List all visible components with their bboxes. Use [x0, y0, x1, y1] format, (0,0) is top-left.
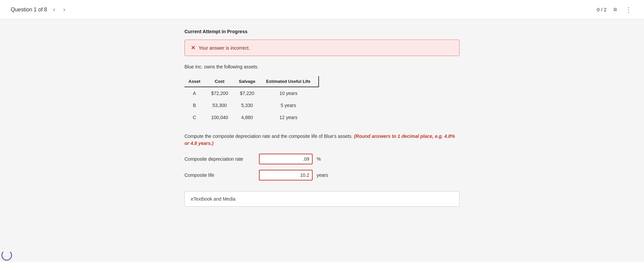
table-row: C100,0404,88012 years — [184, 111, 319, 123]
table-cell: $7,220 — [236, 87, 263, 99]
error-icon: ✕ — [191, 45, 195, 51]
table-cell: 10 years — [263, 87, 319, 99]
table-cell: C — [184, 111, 208, 123]
top-bar-right: 0 / 2 ≡ ⋮ — [597, 4, 633, 15]
input-fields-container: Composite depreciation rate%Composite li… — [184, 154, 460, 180]
top-bar: Question 1 of 8 ‹ › 0 / 2 ≡ ⋮ — [0, 0, 644, 19]
table-cell: 12 years — [263, 111, 319, 123]
compute-text: Compute the composite depreciation rate … — [184, 133, 460, 147]
error-message: Your answer is incorrect. — [199, 45, 250, 51]
table-cell: 100,040 — [208, 111, 236, 123]
input-composite-life[interactable] — [259, 170, 313, 180]
input-composite-rate[interactable] — [259, 154, 313, 164]
col-header-cost: Cost — [208, 76, 236, 87]
table-cell: A — [184, 87, 208, 99]
unit-composite-life: years — [317, 172, 328, 178]
asset-table: Asset Cost Salvage Estimated Useful Life… — [184, 76, 319, 123]
top-bar-left: Question 1 of 8 ‹ › — [11, 5, 67, 14]
table-row: A$72,200$7,22010 years — [184, 87, 319, 99]
table-cell: 5,330 — [236, 99, 263, 111]
attempt-label: Current Attempt in Progress — [184, 29, 460, 34]
input-row-composite-rate: Composite depreciation rate% — [184, 154, 460, 164]
col-header-salvage: Salvage — [236, 76, 263, 87]
prev-arrow-button[interactable]: ‹ — [51, 5, 57, 14]
table-row: B53,3005,3305 years — [184, 99, 319, 111]
etextbook-bar: eTextbook and Media — [184, 191, 460, 207]
main-content: Current Attempt in Progress ✕ Your answe… — [171, 19, 473, 220]
label-composite-rate: Composite depreciation rate — [184, 156, 255, 162]
label-composite-life: Composite life — [184, 172, 255, 178]
unit-composite-rate: % — [317, 156, 321, 162]
list-icon-button[interactable]: ≡ — [612, 4, 619, 15]
col-header-useful-life: Estimated Useful Life — [263, 76, 319, 87]
compute-main-text: Compute the composite depreciation rate … — [184, 134, 353, 139]
error-box: ✕ Your answer is incorrect. — [184, 40, 460, 56]
table-cell: $72,200 — [208, 87, 236, 99]
table-cell: 4,880 — [236, 111, 263, 123]
input-row-composite-life: Composite lifeyears — [184, 170, 460, 180]
score-label: 0 / 2 — [597, 7, 606, 12]
more-icon-button[interactable]: ⋮ — [624, 4, 633, 15]
table-cell: 5 years — [263, 99, 319, 111]
table-cell: B — [184, 99, 208, 111]
question-intro: Blue Inc. owns the following assets. — [184, 64, 460, 69]
next-arrow-button[interactable]: › — [61, 5, 67, 14]
table-cell: 53,300 — [208, 99, 236, 111]
etextbook-label: eTextbook and Media — [191, 196, 235, 202]
col-header-asset: Asset — [184, 76, 208, 87]
question-label: Question 1 of 8 — [11, 7, 47, 13]
